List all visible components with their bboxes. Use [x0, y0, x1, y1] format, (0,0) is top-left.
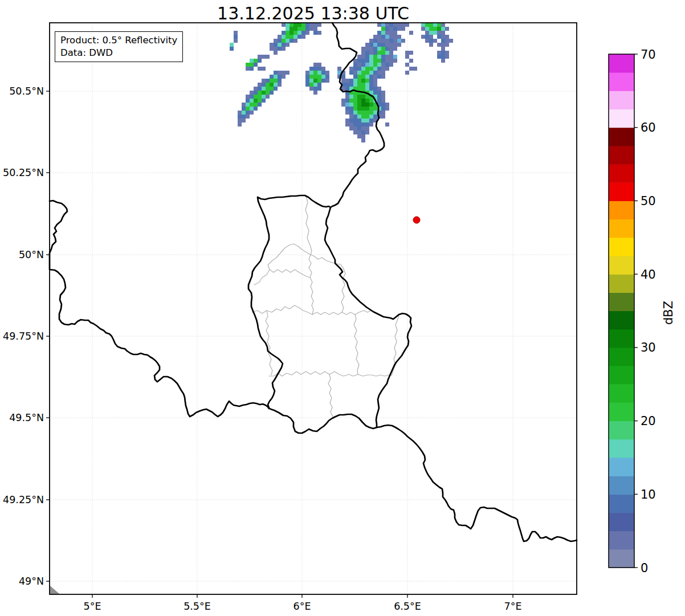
radar-cell [405, 71, 409, 75]
radar-cell [385, 55, 389, 59]
colorbar-segment [609, 458, 634, 476]
radar-cell [317, 67, 321, 71]
canton-borders-layer [252, 197, 399, 417]
radar-cell [421, 23, 425, 27]
radar-cell [266, 87, 270, 91]
radar-cell [385, 67, 389, 71]
radar-cell [246, 67, 250, 71]
colorbar-segment [609, 494, 634, 513]
radar-cell [405, 23, 409, 27]
radar-cell [389, 23, 393, 27]
radar-cell [369, 115, 373, 119]
radar-cell [405, 63, 409, 67]
tick-labels-layer: 5°E5.5°E6°E6.5°E7°E50.5°N50.25°N50°N49.7… [3, 85, 521, 612]
radar-cell [357, 87, 361, 91]
plot-title: 13.12.2025 13:38 UTC [50, 3, 577, 23]
radar-cell [357, 95, 361, 99]
radar-cell [365, 95, 369, 99]
radar-cell [250, 67, 254, 71]
radar-cell [365, 67, 369, 71]
y-tick-label: 49.75°N [3, 331, 44, 342]
radar-cell [361, 138, 365, 142]
radar-cell [385, 39, 389, 43]
radar-cell [357, 67, 361, 71]
radar-cell [381, 63, 385, 67]
radar-cell [238, 111, 242, 115]
radar-cell [357, 130, 361, 134]
radar-cell [341, 99, 345, 103]
data-source-line: Data: DWD [60, 47, 177, 59]
radar-cell [381, 103, 385, 107]
radar-cell [353, 115, 357, 119]
colorbar-segment [609, 54, 634, 73]
radar-cell [385, 27, 389, 31]
radar-cell [293, 31, 297, 35]
radar-cell [369, 99, 373, 103]
radar-cell [266, 55, 270, 59]
radar-cell [274, 87, 278, 91]
radar-cell [377, 71, 381, 75]
radar-cell [349, 83, 353, 87]
radar-cell [381, 35, 385, 39]
radar-cell [385, 123, 389, 127]
radar-cell [317, 79, 321, 83]
radar-cell [345, 87, 349, 91]
radar-cell [317, 87, 321, 91]
radar-cell [349, 103, 353, 107]
radar-cell [349, 115, 353, 119]
radar-cell [353, 119, 357, 123]
radar-cell [393, 55, 397, 59]
radar-cell [437, 51, 441, 55]
radar-cell [297, 27, 301, 31]
radar-cell [381, 55, 385, 59]
radar-cell [258, 91, 262, 95]
radar-cell [365, 75, 369, 79]
radar-cell [353, 99, 357, 103]
radar-cell [357, 59, 361, 63]
radar-cell [441, 55, 445, 59]
radar-cell [361, 107, 365, 111]
radar-cell [297, 35, 301, 39]
radar-cell [361, 47, 365, 51]
radar-cell [429, 39, 433, 43]
radar-cell [301, 35, 305, 39]
radar-cell [381, 23, 385, 27]
radar-cell [258, 99, 262, 103]
y-tick-label: 50.25°N [3, 167, 44, 178]
radar-cell [345, 103, 349, 107]
radar-echoes-layer [230, 23, 453, 142]
radar-cell [389, 51, 393, 55]
radar-cell [373, 107, 377, 111]
radar-cell [317, 23, 321, 27]
radar-cell [429, 27, 433, 31]
radar-cell [377, 47, 381, 51]
radar-cell [349, 107, 353, 111]
radar-cell [381, 67, 385, 71]
radar-cell [286, 71, 290, 75]
radar-cell [286, 23, 290, 27]
radar-cell [278, 35, 282, 39]
radar-cell [433, 23, 437, 27]
radar-cell [242, 103, 246, 107]
radar-cell [369, 71, 373, 75]
radar-cell [425, 27, 429, 31]
radar-cell [341, 79, 345, 83]
radar-cell [381, 107, 385, 111]
radar-cell [278, 47, 282, 51]
radar-cell [409, 51, 413, 55]
radar-cell [286, 39, 290, 43]
radar-cell [369, 119, 373, 123]
radar-cell [345, 107, 349, 111]
radar-cell [365, 111, 369, 115]
colorbar-tick-label: 30 [641, 341, 656, 354]
radar-cell [369, 39, 373, 43]
radar-cell [437, 23, 441, 27]
radar-cell [389, 39, 393, 43]
colorbar-tick-label: 0 [641, 561, 648, 575]
radar-cell [230, 43, 234, 47]
radar-cell [369, 123, 373, 127]
radar-cell [258, 95, 262, 99]
radar-cell [425, 39, 429, 43]
radar-cell [353, 67, 357, 71]
radar-cell [290, 23, 293, 27]
